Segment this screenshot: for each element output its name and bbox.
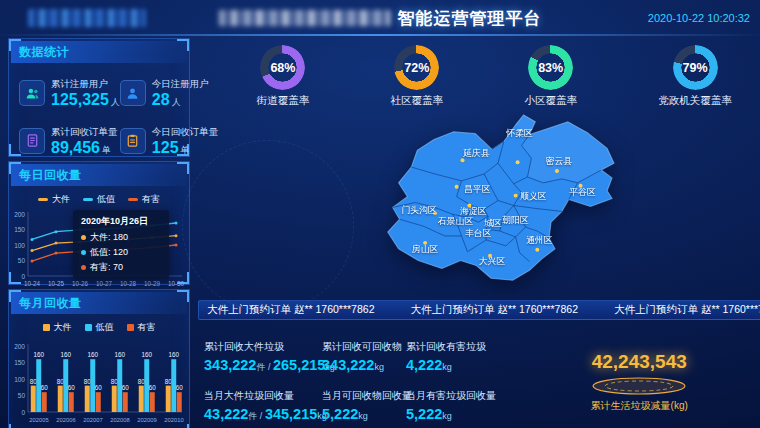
coverage-gauge: 79% 党政机关覆盖率	[658, 45, 732, 108]
legend-item[interactable]: 低值	[85, 321, 114, 334]
svg-text:80: 80	[111, 378, 119, 385]
svg-text:60: 60	[176, 384, 184, 391]
orders-icon	[19, 128, 45, 154]
summary-value: 5,222kg	[406, 406, 494, 422]
map-marker-dot	[555, 169, 559, 173]
svg-text:60: 60	[41, 384, 49, 391]
ticker-order-item: 大件上门预约订单 赵** 1760***7862	[614, 303, 760, 317]
stat-unit: 人	[111, 97, 120, 107]
summary-stat: 当月可回收物回收量 5,222kg	[322, 389, 406, 423]
district-label: 顺义区	[520, 191, 547, 201]
stat-item: 累计回收订单量 89,456单	[19, 126, 120, 157]
reduction-number: 42,243,543	[592, 351, 687, 373]
legend-item[interactable]: 有害	[127, 321, 156, 334]
gauge-label: 小区覆盖率	[524, 94, 577, 108]
svg-text:60: 60	[95, 384, 103, 391]
summary-label: 累计回收大件垃圾	[204, 340, 322, 354]
summary-number: 345,215	[265, 406, 317, 422]
gauge-ring: 68%	[260, 45, 305, 90]
svg-text:80: 80	[30, 378, 38, 385]
panel-title-text: 每月回收量	[19, 295, 82, 312]
summary-number: 343,222	[204, 357, 256, 373]
map-marker-dot	[536, 248, 540, 252]
summary-number: 265,215	[273, 357, 325, 373]
coverage-gauge: 72% 社区覆盖率	[391, 45, 444, 108]
title-prefix-blurred	[219, 10, 391, 26]
stat-item: 累计注册用户 125,325人	[19, 78, 120, 109]
summary-number: 5,222	[406, 406, 442, 422]
summary-number: 343,222	[322, 357, 374, 373]
page-title: 智能运营管理平台	[219, 0, 542, 36]
legend-item[interactable]: 有害	[128, 193, 160, 206]
stat-number: 28	[152, 91, 170, 108]
summary-value: 5,222kg	[322, 406, 406, 422]
gauge-label: 社区覆盖率	[391, 94, 444, 108]
district-label: 海淀区	[460, 206, 487, 216]
chart-legend: 大件低值有害	[9, 188, 189, 206]
district-label: 石景山区	[437, 216, 474, 226]
dashboard-screen: 智能运营管理平台 2020-10-22 10:20:32 数据统计 累计注册用户…	[0, 0, 760, 428]
district-label: 门头沟区	[402, 205, 438, 215]
map-svg[interactable]: 怀柔区密云县延庆县昌平区顺义区平谷区门头沟区海淀区石景山区城区朝阳区丰台区房山区…	[358, 112, 630, 294]
district-label: 密云县	[546, 156, 573, 166]
coverage-gauge: 68% 街道覆盖率	[257, 45, 310, 108]
stat-label: 累计注册用户	[51, 78, 120, 91]
stat-number: 89,456	[51, 139, 100, 156]
map-marker-dot	[514, 194, 518, 198]
summary-label: 当月大件垃圾回收量	[204, 389, 322, 403]
svg-text:50: 50	[18, 257, 26, 264]
gauge-ring: 79%	[673, 45, 718, 90]
svg-text:10-24: 10-24	[24, 280, 41, 287]
stat-number: 125,325	[51, 91, 109, 108]
legend-item[interactable]: 低值	[83, 193, 115, 206]
panel-title-text: 每日回收量	[19, 167, 82, 184]
users-icon	[19, 80, 45, 106]
legend-item[interactable]: 大件	[38, 193, 70, 206]
stat-value: 125,325人	[51, 91, 120, 109]
district-label: 昌平区	[464, 184, 491, 194]
svg-text:80: 80	[165, 378, 173, 385]
district-label: 通州区	[526, 235, 553, 245]
svg-text:202006: 202006	[56, 417, 75, 423]
district-label: 平谷区	[569, 187, 596, 197]
panel-data-statistics: 数据统计 累计注册用户 125,325人 今日注册用户 28人 累计回收订单量 …	[8, 38, 190, 157]
district-label: 大兴区	[479, 256, 506, 266]
summary-label: 累计回收有害垃圾	[406, 340, 494, 354]
stat-number: 125	[152, 139, 179, 156]
ticker-order-item: 大件上门预约订单 赵** 1760***7862	[410, 303, 577, 317]
center-column: 68% 街道覆盖率 72% 社区覆盖率 83% 小区覆盖率 79% 党政机关覆盖…	[196, 38, 760, 424]
svg-text:10-25: 10-25	[48, 280, 65, 287]
svg-text:100: 100	[14, 242, 25, 249]
left-column: 数据统计 累计注册用户 125,325人 今日注册用户 28人 累计回收订单量 …	[8, 38, 190, 424]
svg-text:10-28: 10-28	[120, 280, 137, 287]
svg-text:160: 160	[168, 351, 179, 358]
svg-text:202007: 202007	[83, 417, 102, 423]
beijing-district-map[interactable]: 怀柔区密云县延庆县昌平区顺义区平谷区门头沟区海淀区石景山区城区朝阳区丰台区房山区…	[196, 112, 760, 294]
reduction-label: 累计生活垃圾减量(kg)	[591, 399, 688, 413]
svg-text:200: 200	[14, 343, 25, 350]
glow-platform-icon	[587, 374, 691, 398]
district-label: 朝阳区	[503, 215, 530, 225]
svg-text:60: 60	[149, 384, 157, 391]
summary-value: 43,222件 / 345,215kg	[204, 406, 322, 423]
map-marker-dot	[516, 160, 520, 164]
panel-title: 每日回收量	[11, 164, 187, 186]
page-title-text: 智能运营管理平台	[398, 7, 542, 30]
summary-label: 当月可回收物回收量	[322, 389, 406, 403]
svg-text:60: 60	[68, 384, 76, 391]
summary-stats: 累计回收大件垃圾 343,222件 / 265,215kg 累计回收可回收物 3…	[196, 320, 760, 423]
gauge-label: 街道覆盖率	[257, 94, 310, 108]
main-layout: 数据统计 累计注册用户 125,325人 今日注册用户 28人 累计回收订单量 …	[8, 38, 752, 424]
stat-text: 累计回收订单量 89,456单	[51, 126, 118, 157]
legend-item[interactable]: 大件	[43, 321, 72, 334]
chart-tooltip: 2020年10月26日大件: 180低值: 120有害: 70	[73, 210, 169, 279]
monthly-bar-chart: 大件低值有害0501001502002020058016060202006801…	[9, 316, 189, 428]
svg-text:200: 200	[14, 211, 25, 218]
stat-value: 89,456单	[51, 139, 118, 157]
gauge-percent: 83%	[528, 45, 573, 90]
summary-number: 4,222	[406, 357, 442, 373]
stat-unit: 人	[172, 97, 181, 107]
summary-stat: 累计回收大件垃圾 343,222件 / 265,215kg	[204, 340, 322, 374]
clock-timestamp: 2020-10-22 10:20:32	[648, 12, 750, 24]
coverage-gauges: 68% 街道覆盖率 72% 社区覆盖率 83% 小区覆盖率 79% 党政机关覆盖…	[196, 38, 760, 112]
